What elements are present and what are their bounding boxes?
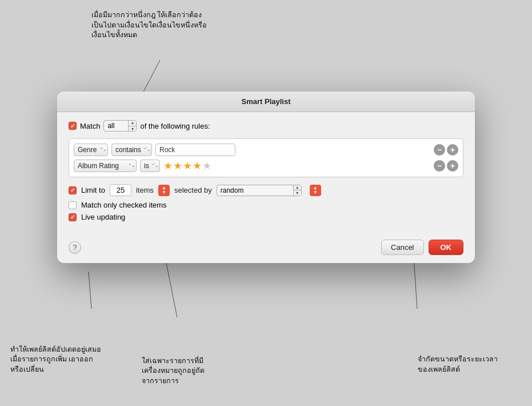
cancel-button[interactable]: Cancel [381,240,423,255]
svg-line-1 [89,272,91,309]
random-selector[interactable]: random most recently played least recent… [217,185,302,196]
rule1-remove-button[interactable]: − [434,144,445,156]
star-4: ★ [193,160,202,172]
rule2-field-select[interactable]: Album Rating [74,160,137,172]
rule2-condition-wrapper[interactable]: is [140,160,160,172]
limit-checkbox[interactable] [69,186,77,194]
limit-items-stepper[interactable]: ▲ ▼ [158,185,170,196]
random-select[interactable]: random most recently played least recent… [217,185,293,196]
limit-size-stepper[interactable]: ▲ ▼ [310,185,321,196]
rule2-buttons: − + [434,160,458,172]
rule-row-2: Album Rating is ★ ★ ★ ★ ★ − + [74,160,458,172]
help-button[interactable]: ? [69,241,81,254]
match-selector[interactable]: all any ▲ ▼ [103,120,137,132]
live-updating-label: Live updating [81,213,125,221]
rule1-condition-wrapper[interactable]: contains [111,144,152,156]
bottom-bar: ? Cancel OK [57,234,475,263]
match-checked-label: Match only checked items [81,201,167,209]
rule-row-1: Genre contains − + [74,144,458,156]
live-updating-row: Live updating [69,213,463,221]
random-arrow-down[interactable]: ▼ [294,190,301,196]
rule1-buttons: − + [434,144,458,156]
rule2-stars[interactable]: ★ ★ ★ ★ ★ [163,160,211,172]
rule2-field-wrapper[interactable]: Album Rating [74,160,137,172]
limit-row: Limit to items ▲ ▼ selected by random mo… [69,184,463,196]
annotation-bottom-center: ใส่เฉพาะรายการที่มี เครื่องหมายถูกอยู่ถั… [142,356,236,387]
match-checkbox[interactable] [69,122,77,130]
rule1-condition-select[interactable]: contains [111,144,152,156]
match-row: Match all any ▲ ▼ of the following rules… [69,120,463,132]
rule1-add-button[interactable]: + [447,144,458,156]
selected-by-label: selected by [174,186,212,194]
rule2-remove-button[interactable]: − [434,160,445,172]
svg-line-2 [166,260,177,317]
smart-playlist-dialog: Smart Playlist Match all any ▲ ▼ of the … [57,91,475,263]
match-checked-checkbox[interactable] [69,201,77,209]
dialog-title: Smart Playlist [57,91,475,112]
rule1-field-wrapper[interactable]: Genre [74,144,108,156]
rule1-value-input[interactable] [155,144,235,156]
random-stepper-arrows[interactable]: ▲ ▼ [293,185,301,196]
rules-section: Genre contains − + Album Ra [69,138,463,177]
rule2-condition-select[interactable]: is [140,160,160,172]
star-2: ★ [173,160,182,172]
match-select[interactable]: all any [104,121,128,131]
match-checked-row: Match only checked items [69,201,463,209]
annotation-bottom-left: ทำให้เพลย์ลิสต์อัปเดตอยู่เสมอ เมื่อรายกา… [10,345,110,375]
annotation-top: เมื่อมีมากกว่าหนึ่งกฎ ให้เลือกว่าต้อง เป… [91,10,211,41]
random-arrow-up[interactable]: ▲ [294,185,301,191]
rule2-add-button[interactable]: + [447,160,458,172]
match-arrow-up[interactable]: ▲ [129,120,136,126]
action-buttons: Cancel OK [381,240,463,255]
star-3: ★ [183,160,192,172]
annotation-bottom-right: จำกัดขนาดหรือระยะเวลา ของเพลย์ลิสต์ [418,355,506,375]
live-updating-checkbox[interactable] [69,213,77,221]
ok-button[interactable]: OK [429,240,464,255]
match-label: Match [80,122,100,130]
match-arrow-down[interactable]: ▼ [129,126,136,132]
star-1: ★ [163,160,173,172]
rule1-field-select[interactable]: Genre [74,144,108,156]
match-stepper-arrows[interactable]: ▲ ▼ [128,120,136,132]
limit-value-input[interactable] [110,184,131,196]
limit-unit: items [136,186,154,194]
following-label: of the following rules: [140,122,210,130]
star-5: ★ [202,160,211,172]
limit-label: Limit to [81,186,105,194]
